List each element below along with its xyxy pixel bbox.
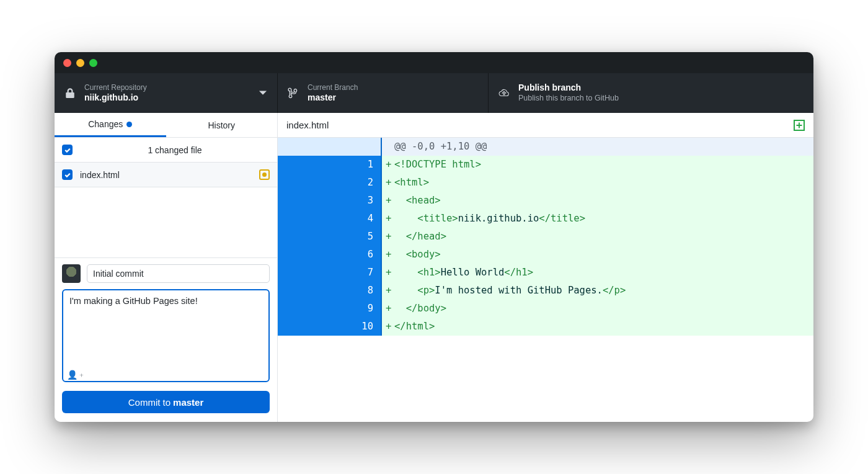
diff-table: @@ -0,0 +1,10 @@ 1+<!DOCTYPE html>2+<htm… xyxy=(278,138,813,336)
diff-add-marker: + xyxy=(382,300,394,318)
diff-line-number: 7 xyxy=(330,264,382,282)
diff-line-number: 6 xyxy=(330,246,382,264)
publish-branch-button[interactable]: Publish branch Publish this branch to Gi… xyxy=(489,73,677,113)
diff-line-code: </head> xyxy=(394,228,813,246)
diff-line-code: </html> xyxy=(394,318,813,336)
tab-changes-label: Changes xyxy=(88,119,123,129)
traffic-zoom[interactable] xyxy=(89,59,97,67)
branch-selector[interactable]: Current Branch master xyxy=(278,73,489,113)
diff-line-number: 9 xyxy=(330,300,382,318)
add-coauthor-icon[interactable]: 👤﹢ xyxy=(67,370,86,381)
repo-selector[interactable]: Current Repository niik.github.io xyxy=(55,73,278,113)
diff-add-marker: + xyxy=(382,264,394,282)
sidebar-spacer xyxy=(55,187,277,257)
diff-line-number: 8 xyxy=(330,282,382,300)
diff-file-name: index.html xyxy=(286,120,794,130)
modified-status-icon xyxy=(259,169,270,180)
diff-line-code: <!DOCTYPE html> xyxy=(394,156,813,174)
sidebar: Changes History 1 changed file index.htm… xyxy=(55,113,278,422)
commit-form: 👤﹢ Commit to master xyxy=(55,257,277,422)
publish-title: Publish branch xyxy=(518,83,619,94)
diff-add-marker: + xyxy=(382,174,394,192)
diff-line-number: 4 xyxy=(330,210,382,228)
diff-line-row: 4+ <title>niik.github.io</title> xyxy=(278,210,813,228)
diff-file-header: index.html xyxy=(278,113,813,138)
diff-line-number: 5 xyxy=(330,228,382,246)
diff-line-row: 5+ </head> xyxy=(278,228,813,246)
tab-history[interactable]: History xyxy=(166,113,278,137)
diff-line-row: 1+<!DOCTYPE html> xyxy=(278,156,813,174)
diff-hunk-text: @@ -0,0 +1,10 @@ xyxy=(394,138,813,156)
diff-add-marker: + xyxy=(382,282,394,300)
changes-dot-icon xyxy=(126,122,132,127)
tab-history-label: History xyxy=(208,120,235,130)
diff-line-row: 10+</html> xyxy=(278,318,813,336)
chevron-down-icon xyxy=(259,89,267,97)
changed-file-name: index.html xyxy=(80,170,252,180)
diff-line-code: <body> xyxy=(394,246,813,264)
body: Changes History 1 changed file index.htm… xyxy=(55,113,813,422)
commit-button-prefix: Commit to xyxy=(128,397,170,408)
diff-line-code: <html> xyxy=(394,174,813,192)
changes-summary-row: 1 changed file xyxy=(55,138,277,163)
repo-value: niik.github.io xyxy=(84,92,147,104)
app-window: Current Repository niik.github.io Curren… xyxy=(55,52,813,422)
changed-file-row[interactable]: index.html xyxy=(55,163,277,187)
diff-hunk-row: @@ -0,0 +1,10 @@ xyxy=(278,138,813,156)
diff-line-code: <head> xyxy=(394,192,813,210)
diff-add-marker: + xyxy=(382,246,394,264)
branch-label: Current Branch xyxy=(308,83,358,92)
diff-line-number: 1 xyxy=(330,156,382,174)
avatar xyxy=(62,264,81,283)
diff-line-number: 3 xyxy=(330,192,382,210)
diff-line-row: 6+ <body> xyxy=(278,246,813,264)
cloud-upload-icon xyxy=(498,87,510,99)
sidebar-tabs: Changes History xyxy=(55,113,277,138)
traffic-close[interactable] xyxy=(63,59,71,67)
toolbar: Current Repository niik.github.io Curren… xyxy=(55,73,813,113)
toolbar-spacer xyxy=(677,73,813,113)
titlebar xyxy=(55,52,813,73)
publish-sub: Publish this branch to GitHub xyxy=(518,94,619,104)
diff-line-code: <p>I'm hosted with GitHub Pages.</p> xyxy=(394,282,813,300)
tab-changes[interactable]: Changes xyxy=(55,113,166,137)
diff-line-row: 7+ <h1>Hello World</h1> xyxy=(278,264,813,282)
commit-button-branch: master xyxy=(173,397,203,408)
diff-line-row: 2+<html> xyxy=(278,174,813,192)
diff-line-code: <title>niik.github.io</title> xyxy=(394,210,813,228)
diff-line-row: 8+ <p>I'm hosted with GitHub Pages.</p> xyxy=(278,282,813,300)
diff-line-code: </body> xyxy=(394,300,813,318)
commit-description-input[interactable] xyxy=(62,289,270,382)
diff-add-marker: + xyxy=(382,228,394,246)
traffic-minimize[interactable] xyxy=(76,59,84,67)
file-checkbox[interactable] xyxy=(62,169,73,180)
lock-icon xyxy=(64,87,76,99)
git-branch-icon xyxy=(288,87,299,99)
diff-add-marker: + xyxy=(382,156,394,174)
select-all-checkbox[interactable] xyxy=(62,145,73,155)
repo-label: Current Repository xyxy=(84,83,147,92)
diff-add-marker: + xyxy=(382,192,394,210)
diff-add-marker: + xyxy=(382,210,394,228)
diff-panel: index.html @@ -0,0 +1,10 @@ 1+<!DOCTYPE … xyxy=(278,113,813,422)
commit-button[interactable]: Commit to master xyxy=(62,391,270,413)
diff-line-code: <h1>Hello World</h1> xyxy=(394,264,813,282)
diff-line-row: 9+ </body> xyxy=(278,300,813,318)
diff-add-marker: + xyxy=(382,318,394,336)
expand-diff-icon[interactable] xyxy=(794,120,805,131)
diff-line-number: 10 xyxy=(330,318,382,336)
changes-summary-text: 1 changed file xyxy=(80,145,270,155)
commit-summary-input[interactable] xyxy=(87,264,270,283)
diff-line-row: 3+ <head> xyxy=(278,192,813,210)
branch-value: master xyxy=(308,92,358,104)
diff-line-number: 2 xyxy=(330,174,382,192)
